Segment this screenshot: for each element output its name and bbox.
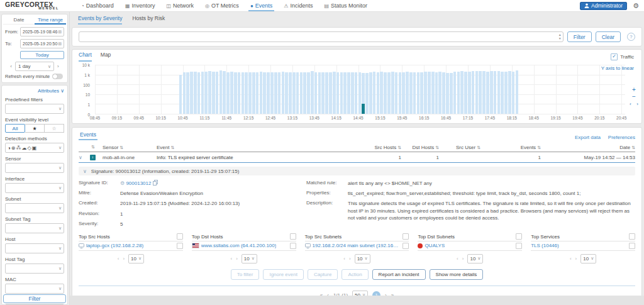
traffic-bar[interactable] (201, 72, 204, 114)
per-page-select[interactable]: 10∨ (467, 254, 483, 263)
traffic-bar[interactable] (417, 72, 420, 114)
traffic-bar[interactable] (446, 73, 449, 114)
traffic-bar[interactable] (508, 71, 511, 114)
traffic-bar[interactable] (428, 72, 431, 114)
signature-id-link[interactable]: 900013012 (126, 180, 151, 186)
traffic-bar[interactable] (194, 72, 197, 114)
traffic-bar[interactable] (438, 72, 441, 114)
traffic-bar[interactable] (358, 72, 362, 114)
traffic-bar[interactable] (365, 73, 369, 114)
calendar-icon[interactable]: ⊞ (58, 42, 62, 47)
traffic-bar[interactable] (391, 72, 394, 114)
traffic-bar[interactable] (497, 71, 501, 114)
traffic-bar[interactable] (267, 72, 270, 114)
checkbox[interactable] (516, 233, 522, 240)
next-page-icon[interactable]: › (575, 256, 577, 262)
traffic-bar[interactable] (190, 72, 193, 114)
checkbox[interactable] (177, 233, 183, 240)
traffic-bar[interactable] (399, 72, 402, 114)
action-capture[interactable]: Capture (308, 269, 338, 280)
traffic-bar[interactable] (260, 72, 263, 114)
traffic-bar[interactable] (292, 72, 296, 114)
traffic-bar[interactable] (431, 72, 435, 114)
subnet-select[interactable]: ∨ (5, 203, 64, 213)
col-sensor[interactable]: Sensor⇅ (103, 145, 157, 150)
traffic-bar[interactable] (197, 72, 201, 114)
traffic-bar[interactable] (252, 72, 255, 114)
subnet-tag-select[interactable]: ∨ (5, 223, 64, 233)
traffic-bar[interactable] (238, 72, 241, 114)
row-collapse-icon[interactable]: ∨ (79, 155, 90, 160)
traffic-bar[interactable] (245, 72, 248, 114)
traffic-bar[interactable] (242, 72, 245, 114)
traffic-bar[interactable] (512, 72, 515, 114)
traffic-bar[interactable] (453, 72, 457, 114)
traffic-bar[interactable] (321, 72, 325, 114)
traffic-bar[interactable] (482, 71, 486, 114)
traffic-bar[interactable] (380, 72, 383, 114)
traffic-bar[interactable] (472, 71, 475, 114)
traffic-bar[interactable] (256, 72, 259, 114)
event-filter-input[interactable] (79, 31, 564, 42)
traffic-bar[interactable] (204, 72, 208, 114)
to-date-field[interactable]: 2025-05-19 20:50 ⊞ (20, 39, 64, 48)
traffic-bar[interactable] (343, 72, 347, 114)
action-show-more-details[interactable]: Show more details (430, 269, 484, 280)
next-page-icon[interactable]: › (236, 256, 238, 262)
traffic-bar[interactable] (369, 72, 372, 114)
refresh-toggle[interactable] (52, 74, 63, 79)
top-list-item-link[interactable]: www.ssllabs.com (64.41.200.100) (201, 243, 277, 248)
interface-select[interactable]: ∨ (5, 183, 64, 193)
traffic-bar[interactable] (460, 71, 464, 114)
zoom-in-button[interactable]: + (628, 86, 640, 93)
zoom-out-button[interactable]: − (628, 93, 640, 100)
traffic-bar[interactable] (285, 72, 288, 114)
traffic-bar[interactable] (413, 72, 416, 114)
traffic-bar[interactable] (278, 72, 281, 114)
predefined-filters-select[interactable]: ∨ (5, 104, 64, 114)
tab-time-range[interactable]: Time range (35, 16, 66, 25)
traffic-bar[interactable] (216, 72, 219, 114)
traffic-bar[interactable] (347, 72, 350, 114)
traffic-bar[interactable] (373, 72, 376, 114)
clear-button[interactable]: Clear (596, 31, 621, 42)
pan-left-icon[interactable]: ‹ (630, 101, 631, 107)
range-prev-icon[interactable]: ‹ (10, 64, 12, 69)
sidebar-filter-button[interactable]: Filter (3, 294, 66, 303)
tab-map[interactable]: Map (101, 52, 111, 62)
traffic-bar[interactable] (406, 72, 409, 114)
action-action[interactable]: Action (341, 269, 368, 280)
export-data-link[interactable]: Export data (575, 135, 601, 140)
traffic-bar[interactable] (475, 71, 479, 114)
range-select[interactable]: 1 day ∨ (15, 62, 54, 71)
col-events[interactable]: Events⇅ (480, 145, 541, 150)
traffic-bar[interactable] (274, 72, 277, 114)
traffic-bar[interactable] (230, 72, 233, 114)
nav-item-dashboard[interactable]: ◔ Dashboard (75, 0, 119, 11)
help-icon[interactable]: ? (627, 33, 635, 41)
tab-date[interactable]: Date (3, 16, 35, 25)
traffic-bar[interactable] (424, 72, 427, 114)
traffic-bar[interactable] (490, 71, 493, 114)
severity-sort-icon[interactable]: ⇅ (91, 145, 95, 150)
signature-collapse-bar[interactable]: ∨ Signature: 900013012 (Information, cre… (79, 167, 635, 175)
attributes-link[interactable]: Attributes ∨ (5, 88, 64, 94)
traffic-bar[interactable] (442, 72, 445, 114)
traffic-bar[interactable] (336, 72, 340, 114)
checkbox[interactable] (402, 243, 409, 249)
checkbox[interactable] (290, 233, 296, 240)
traffic-bar[interactable] (263, 72, 266, 114)
settings-gear-icon[interactable]: ⚙ (633, 3, 639, 9)
copy-icon[interactable] (153, 180, 158, 186)
per-page-select[interactable]: 10∨ (355, 254, 370, 263)
traffic-bar[interactable] (504, 72, 508, 114)
per-page-select[interactable]: 10∨ (242, 254, 257, 263)
from-date-field[interactable]: 2025-05-19 08:46 ⊞ (20, 27, 64, 36)
nav-item-status-monitor[interactable]: ▤ Status Monitor (318, 0, 373, 11)
tab-chart[interactable]: Chart (79, 52, 92, 62)
traffic-bar[interactable] (457, 72, 460, 114)
traffic-bar[interactable] (501, 72, 504, 114)
top-list-item-link[interactable]: TLS (10446) (531, 243, 558, 248)
greycortex-mendel-logo[interactable]: GREYCORTEX MENDEL (5, 1, 69, 11)
nav-item-inventory[interactable]: ▦ Inventory (119, 0, 161, 11)
